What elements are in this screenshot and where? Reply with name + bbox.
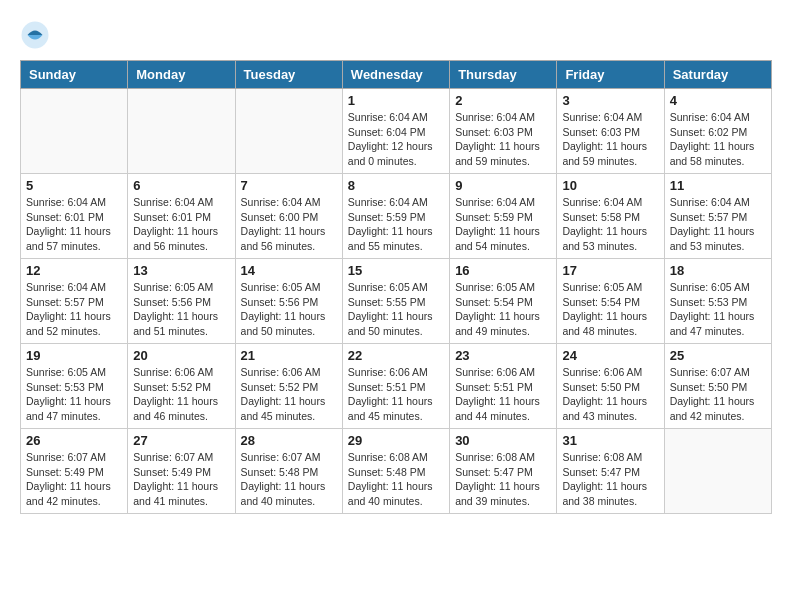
day-info: Sunrise: 6:04 AM Sunset: 6:01 PM Dayligh… (133, 195, 229, 254)
day-info: Sunrise: 6:07 AM Sunset: 5:50 PM Dayligh… (670, 365, 766, 424)
day-info: Sunrise: 6:04 AM Sunset: 5:59 PM Dayligh… (455, 195, 551, 254)
day-number: 4 (670, 93, 766, 108)
day-info: Sunrise: 6:04 AM Sunset: 5:57 PM Dayligh… (670, 195, 766, 254)
calendar-day-header: Sunday (21, 61, 128, 89)
calendar-day-header: Thursday (450, 61, 557, 89)
calendar-cell: 7Sunrise: 6:04 AM Sunset: 6:00 PM Daylig… (235, 174, 342, 259)
day-number: 9 (455, 178, 551, 193)
day-number: 27 (133, 433, 229, 448)
day-info: Sunrise: 6:04 AM Sunset: 6:00 PM Dayligh… (241, 195, 337, 254)
calendar-cell: 19Sunrise: 6:05 AM Sunset: 5:53 PM Dayli… (21, 344, 128, 429)
day-info: Sunrise: 6:05 AM Sunset: 5:54 PM Dayligh… (455, 280, 551, 339)
calendar-day-header: Monday (128, 61, 235, 89)
calendar-cell (21, 89, 128, 174)
calendar-day-header: Friday (557, 61, 664, 89)
calendar-cell: 12Sunrise: 6:04 AM Sunset: 5:57 PM Dayli… (21, 259, 128, 344)
day-number: 28 (241, 433, 337, 448)
day-info: Sunrise: 6:04 AM Sunset: 6:03 PM Dayligh… (455, 110, 551, 169)
day-number: 21 (241, 348, 337, 363)
day-number: 19 (26, 348, 122, 363)
day-info: Sunrise: 6:07 AM Sunset: 5:49 PM Dayligh… (133, 450, 229, 509)
day-number: 25 (670, 348, 766, 363)
day-number: 8 (348, 178, 444, 193)
calendar-cell: 9Sunrise: 6:04 AM Sunset: 5:59 PM Daylig… (450, 174, 557, 259)
logo (20, 20, 54, 50)
calendar-week-row: 5Sunrise: 6:04 AM Sunset: 6:01 PM Daylig… (21, 174, 772, 259)
day-info: Sunrise: 6:08 AM Sunset: 5:47 PM Dayligh… (562, 450, 658, 509)
day-info: Sunrise: 6:04 AM Sunset: 6:02 PM Dayligh… (670, 110, 766, 169)
calendar-cell: 8Sunrise: 6:04 AM Sunset: 5:59 PM Daylig… (342, 174, 449, 259)
calendar-week-row: 12Sunrise: 6:04 AM Sunset: 5:57 PM Dayli… (21, 259, 772, 344)
calendar-cell: 1Sunrise: 6:04 AM Sunset: 6:04 PM Daylig… (342, 89, 449, 174)
day-number: 10 (562, 178, 658, 193)
day-info: Sunrise: 6:05 AM Sunset: 5:56 PM Dayligh… (241, 280, 337, 339)
calendar-cell: 3Sunrise: 6:04 AM Sunset: 6:03 PM Daylig… (557, 89, 664, 174)
calendar-cell: 28Sunrise: 6:07 AM Sunset: 5:48 PM Dayli… (235, 429, 342, 514)
day-info: Sunrise: 6:08 AM Sunset: 5:47 PM Dayligh… (455, 450, 551, 509)
calendar-cell: 6Sunrise: 6:04 AM Sunset: 6:01 PM Daylig… (128, 174, 235, 259)
day-number: 15 (348, 263, 444, 278)
day-info: Sunrise: 6:07 AM Sunset: 5:49 PM Dayligh… (26, 450, 122, 509)
page: SundayMondayTuesdayWednesdayThursdayFrid… (0, 0, 792, 524)
day-info: Sunrise: 6:07 AM Sunset: 5:48 PM Dayligh… (241, 450, 337, 509)
day-number: 13 (133, 263, 229, 278)
day-number: 31 (562, 433, 658, 448)
day-number: 11 (670, 178, 766, 193)
calendar-cell (128, 89, 235, 174)
calendar-cell: 29Sunrise: 6:08 AM Sunset: 5:48 PM Dayli… (342, 429, 449, 514)
calendar-cell: 11Sunrise: 6:04 AM Sunset: 5:57 PM Dayli… (664, 174, 771, 259)
calendar-day-header: Tuesday (235, 61, 342, 89)
calendar-cell (235, 89, 342, 174)
calendar-cell: 15Sunrise: 6:05 AM Sunset: 5:55 PM Dayli… (342, 259, 449, 344)
day-number: 1 (348, 93, 444, 108)
calendar-cell: 14Sunrise: 6:05 AM Sunset: 5:56 PM Dayli… (235, 259, 342, 344)
calendar-week-row: 26Sunrise: 6:07 AM Sunset: 5:49 PM Dayli… (21, 429, 772, 514)
calendar-cell: 25Sunrise: 6:07 AM Sunset: 5:50 PM Dayli… (664, 344, 771, 429)
calendar-cell: 13Sunrise: 6:05 AM Sunset: 5:56 PM Dayli… (128, 259, 235, 344)
calendar-week-row: 1Sunrise: 6:04 AM Sunset: 6:04 PM Daylig… (21, 89, 772, 174)
day-info: Sunrise: 6:05 AM Sunset: 5:55 PM Dayligh… (348, 280, 444, 339)
calendar-cell: 26Sunrise: 6:07 AM Sunset: 5:49 PM Dayli… (21, 429, 128, 514)
day-info: Sunrise: 6:06 AM Sunset: 5:51 PM Dayligh… (455, 365, 551, 424)
day-number: 2 (455, 93, 551, 108)
day-info: Sunrise: 6:05 AM Sunset: 5:53 PM Dayligh… (670, 280, 766, 339)
calendar-cell: 30Sunrise: 6:08 AM Sunset: 5:47 PM Dayli… (450, 429, 557, 514)
day-number: 18 (670, 263, 766, 278)
calendar-cell (664, 429, 771, 514)
day-info: Sunrise: 6:05 AM Sunset: 5:54 PM Dayligh… (562, 280, 658, 339)
day-info: Sunrise: 6:04 AM Sunset: 6:03 PM Dayligh… (562, 110, 658, 169)
day-number: 16 (455, 263, 551, 278)
calendar-cell: 4Sunrise: 6:04 AM Sunset: 6:02 PM Daylig… (664, 89, 771, 174)
header (20, 20, 772, 50)
day-info: Sunrise: 6:04 AM Sunset: 6:04 PM Dayligh… (348, 110, 444, 169)
day-info: Sunrise: 6:05 AM Sunset: 5:53 PM Dayligh… (26, 365, 122, 424)
day-info: Sunrise: 6:04 AM Sunset: 6:01 PM Dayligh… (26, 195, 122, 254)
day-info: Sunrise: 6:05 AM Sunset: 5:56 PM Dayligh… (133, 280, 229, 339)
day-info: Sunrise: 6:08 AM Sunset: 5:48 PM Dayligh… (348, 450, 444, 509)
day-info: Sunrise: 6:06 AM Sunset: 5:52 PM Dayligh… (133, 365, 229, 424)
day-info: Sunrise: 6:06 AM Sunset: 5:51 PM Dayligh… (348, 365, 444, 424)
day-number: 14 (241, 263, 337, 278)
day-number: 26 (26, 433, 122, 448)
day-info: Sunrise: 6:04 AM Sunset: 5:59 PM Dayligh… (348, 195, 444, 254)
day-number: 23 (455, 348, 551, 363)
day-info: Sunrise: 6:04 AM Sunset: 5:58 PM Dayligh… (562, 195, 658, 254)
calendar-cell: 5Sunrise: 6:04 AM Sunset: 6:01 PM Daylig… (21, 174, 128, 259)
calendar-table: SundayMondayTuesdayWednesdayThursdayFrid… (20, 60, 772, 514)
calendar-cell: 10Sunrise: 6:04 AM Sunset: 5:58 PM Dayli… (557, 174, 664, 259)
calendar-cell: 18Sunrise: 6:05 AM Sunset: 5:53 PM Dayli… (664, 259, 771, 344)
calendar-cell: 27Sunrise: 6:07 AM Sunset: 5:49 PM Dayli… (128, 429, 235, 514)
day-info: Sunrise: 6:06 AM Sunset: 5:52 PM Dayligh… (241, 365, 337, 424)
calendar-cell: 31Sunrise: 6:08 AM Sunset: 5:47 PM Dayli… (557, 429, 664, 514)
calendar-cell: 23Sunrise: 6:06 AM Sunset: 5:51 PM Dayli… (450, 344, 557, 429)
calendar-week-row: 19Sunrise: 6:05 AM Sunset: 5:53 PM Dayli… (21, 344, 772, 429)
day-number: 29 (348, 433, 444, 448)
calendar-cell: 24Sunrise: 6:06 AM Sunset: 5:50 PM Dayli… (557, 344, 664, 429)
day-number: 22 (348, 348, 444, 363)
day-number: 7 (241, 178, 337, 193)
day-number: 30 (455, 433, 551, 448)
day-number: 20 (133, 348, 229, 363)
calendar-header-row: SundayMondayTuesdayWednesdayThursdayFrid… (21, 61, 772, 89)
calendar-cell: 17Sunrise: 6:05 AM Sunset: 5:54 PM Dayli… (557, 259, 664, 344)
day-number: 24 (562, 348, 658, 363)
